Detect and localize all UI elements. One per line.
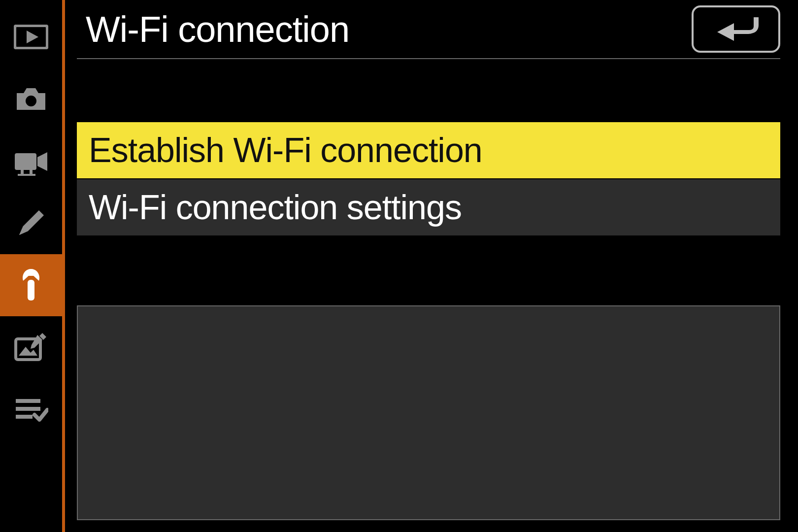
pencil-icon [15, 207, 47, 239]
camera-menu-screen: Wi-Fi connection Establish Wi-Fi connect… [0, 0, 798, 532]
menu-item-label: Wi-Fi connection settings [89, 188, 462, 227]
sidebar-item-retouch[interactable] [0, 316, 62, 378]
retouch-icon [14, 333, 48, 362]
svg-marker-4 [37, 152, 47, 171]
menu-list: Establish Wi-Fi connection Wi-Fi connect… [77, 122, 780, 236]
svg-rect-15 [16, 407, 40, 411]
sidebar-item-my-menu[interactable] [0, 378, 62, 440]
info-panel [77, 305, 780, 520]
wrench-icon [19, 268, 43, 302]
playback-icon [14, 25, 48, 49]
main-panel: Wi-Fi connection Establish Wi-Fi connect… [65, 0, 798, 532]
svg-marker-12 [19, 347, 37, 356]
svg-rect-7 [18, 174, 35, 176]
header: Wi-Fi connection [77, 0, 780, 59]
page-title: Wi-Fi connection [77, 8, 349, 50]
spacer [77, 59, 780, 122]
menu-item-wifi-settings[interactable]: Wi-Fi connection settings [77, 179, 780, 236]
camera-icon [14, 85, 48, 113]
video-camera-icon [13, 146, 49, 176]
sidebar-item-photo-shooting[interactable] [0, 68, 62, 130]
menu-sidebar [0, 0, 65, 532]
back-arrow-icon [711, 12, 761, 46]
sidebar-item-custom-settings[interactable] [0, 192, 62, 254]
svg-rect-3 [15, 153, 36, 170]
svg-marker-1 [27, 31, 38, 43]
back-button[interactable] [692, 5, 780, 53]
menu-item-establish-wifi[interactable]: Establish Wi-Fi connection [77, 122, 780, 179]
my-menu-icon [14, 397, 48, 422]
sidebar-item-playback[interactable] [0, 6, 62, 68]
svg-rect-10 [28, 280, 34, 300]
menu-item-label: Establish Wi-Fi connection [89, 131, 482, 170]
sidebar-item-video-recording[interactable] [0, 130, 62, 192]
svg-rect-16 [16, 415, 33, 419]
sidebar-item-setup[interactable] [0, 254, 62, 316]
svg-rect-14 [16, 399, 40, 403]
svg-point-2 [26, 96, 36, 106]
